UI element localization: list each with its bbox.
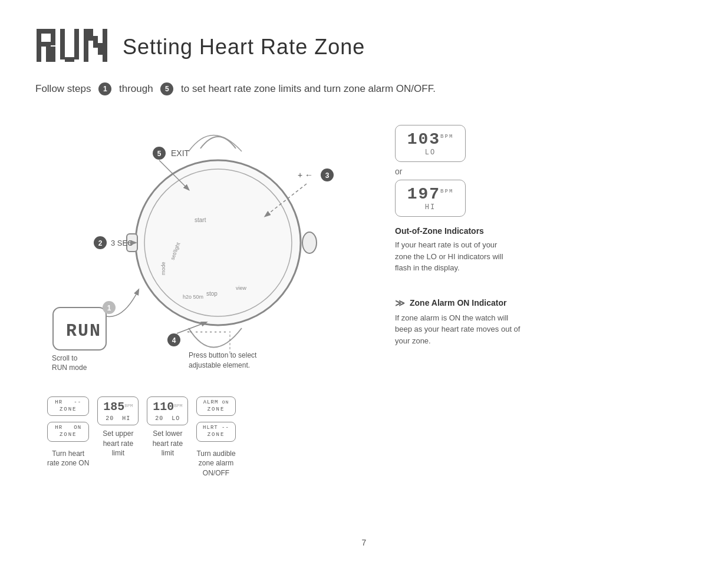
step-circle-end: 5 bbox=[160, 82, 173, 95]
out-of-zone-title: Out-of-Zone Indicators bbox=[395, 226, 693, 236]
svg-rect-10 bbox=[93, 36, 98, 48]
lower-limit-display: 110BPM 20 LO Set lowerheart ratelimit bbox=[147, 396, 188, 458]
svg-text:←  - - - - - - -: ← - - - - - - - bbox=[186, 327, 226, 336]
svg-rect-8 bbox=[84, 29, 88, 62]
hr-zone-display: HR -- ZONE HR ON ZONE Turn heartrate zon… bbox=[47, 396, 89, 468]
svg-rect-5 bbox=[60, 29, 65, 59]
main-content: start stop set/light view h2o 50m mode 5… bbox=[35, 113, 693, 478]
svg-text:Scroll to: Scroll to bbox=[52, 354, 78, 362]
zone-alarm-desc: If zone alarm is ON the watch will beep … bbox=[395, 312, 525, 347]
svg-text:Press button to select: Press button to select bbox=[189, 351, 257, 359]
svg-text:view: view bbox=[236, 285, 247, 291]
page-number: 7 bbox=[362, 538, 367, 547]
zone-alarm-title-text: Zone Alarm ON Indicator bbox=[410, 298, 506, 308]
instruction-before: Follow steps bbox=[35, 83, 91, 95]
alarm-display: ALRM ON ZONE HLRT -- ZONE Turn audiblezo… bbox=[196, 396, 235, 478]
svg-rect-1 bbox=[41, 29, 51, 34]
right-panel: 103BPM LO or 197BPM HI Out-of-Zone Indic… bbox=[395, 113, 693, 478]
svg-text:RUN: RUN bbox=[66, 321, 101, 341]
svg-point-13 bbox=[136, 160, 301, 325]
zone-alarm-icon: ≫ bbox=[395, 297, 405, 309]
svg-text:adjustable element.: adjustable element. bbox=[189, 361, 250, 369]
svg-rect-4 bbox=[46, 47, 55, 62]
watch-svg: start stop set/light view h2o 50m mode 5… bbox=[35, 113, 389, 419]
instruction-after: to set heart rate zone limits and turn z… bbox=[181, 83, 436, 95]
or-text: or bbox=[395, 167, 693, 176]
instruction-text: Follow steps 1 through 5 to set heart ra… bbox=[35, 82, 693, 95]
svg-text:RUN mode: RUN mode bbox=[52, 363, 87, 372]
page-header: Setting Heart Rate Zone bbox=[35, 24, 693, 71]
svg-text:3: 3 bbox=[325, 171, 330, 180]
out-of-zone-desc: If your heart rate is out of your zone t… bbox=[395, 239, 513, 274]
step-circle-start: 1 bbox=[98, 82, 111, 95]
svg-text:1: 1 bbox=[107, 304, 111, 312]
zone-alarm-section: ≫ Zone Alarm ON Indicator If zone alarm … bbox=[395, 297, 693, 347]
hr-zone-caption: Turn heartrate zone ON bbox=[47, 449, 89, 469]
hi-indicator: 197BPM HI bbox=[395, 180, 466, 217]
alarm-caption: Turn audiblezone alarmON/OFF bbox=[196, 449, 235, 478]
svg-rect-9 bbox=[88, 29, 93, 41]
svg-text:start: start bbox=[195, 217, 206, 223]
svg-rect-2 bbox=[51, 29, 55, 45]
svg-rect-7 bbox=[74, 29, 79, 59]
svg-text:2: 2 bbox=[98, 239, 103, 247]
svg-text:4: 4 bbox=[172, 336, 176, 345]
svg-text:h2o 50m: h2o 50m bbox=[183, 294, 203, 300]
svg-rect-6 bbox=[65, 57, 74, 62]
page-title: Setting Heart Rate Zone bbox=[123, 35, 365, 59]
lower-limit-caption: Set lowerheart ratelimit bbox=[147, 429, 188, 458]
svg-rect-11 bbox=[98, 43, 103, 55]
zone-alarm-title: ≫ Zone Alarm ON Indicator bbox=[395, 297, 693, 309]
svg-text:5: 5 bbox=[157, 150, 162, 158]
svg-rect-0 bbox=[37, 29, 41, 62]
svg-text:mode: mode bbox=[160, 262, 166, 275]
upper-limit-caption: Set upperheart ratelimit bbox=[97, 429, 139, 458]
instruction-middle: through bbox=[119, 83, 153, 95]
lo-indicator: 103BPM LO bbox=[395, 125, 466, 162]
svg-point-22 bbox=[302, 232, 317, 253]
svg-text:stop: stop bbox=[206, 290, 218, 297]
svg-text:EXIT: EXIT bbox=[171, 148, 190, 158]
svg-rect-3 bbox=[41, 42, 51, 47]
watch-diagram: start stop set/light view h2o 50m mode 5… bbox=[35, 113, 377, 478]
upper-limit-display: 185BPM 20 HI Set upperheart ratelimit bbox=[97, 396, 139, 458]
svg-text:+  ←: + ← bbox=[298, 170, 313, 180]
run-logo bbox=[35, 24, 112, 71]
svg-rect-12 bbox=[103, 29, 107, 62]
